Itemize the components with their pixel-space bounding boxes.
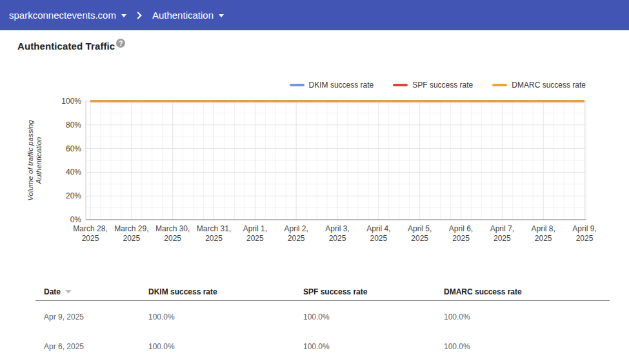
svg-text:April 3,: April 3, — [325, 224, 349, 233]
svg-text:April 7,: April 7, — [490, 224, 514, 233]
svg-text:2025: 2025 — [452, 234, 470, 243]
auth-table-header: Date DKIM success rate SPF success rate … — [35, 283, 610, 301]
svg-text:Volume of traffic passing: Volume of traffic passing — [26, 120, 34, 201]
spf-line-swatch-icon — [393, 84, 408, 86]
y-tick-labels: 0%20%40%60%80%100% — [61, 97, 81, 224]
svg-text:2025: 2025 — [494, 234, 511, 243]
cell-spf: 100.0% — [303, 342, 444, 351]
svg-text:2025: 2025 — [576, 234, 594, 243]
chevron-right-icon — [134, 12, 141, 19]
cell-dkim: 100.0% — [148, 342, 303, 351]
page-title-row: Authenticated Traffic ? — [17, 41, 125, 52]
svg-text:April 4,: April 4, — [366, 224, 390, 233]
dmarc-line-swatch-icon — [492, 84, 507, 86]
svg-text:0%: 0% — [70, 215, 82, 224]
svg-text:March 29,: March 29, — [114, 224, 148, 233]
svg-text:2025: 2025 — [411, 234, 428, 243]
svg-text:2025: 2025 — [535, 234, 552, 243]
topbar: sparkconnectevents.com Authentication — [0, 0, 629, 30]
cell-dkim: 100.0% — [148, 312, 303, 321]
svg-text:2025: 2025 — [205, 234, 223, 243]
svg-text:April 5,: April 5, — [408, 224, 432, 233]
legend-item-dmarc: DMARC success rate — [492, 81, 586, 90]
legend-item-spf: SPF success rate — [393, 81, 473, 90]
column-header-spf: SPF success rate — [303, 287, 444, 296]
cell-spf: 100.0% — [303, 312, 444, 321]
breadcrumb-domain-label: sparkconnectevents.com — [9, 10, 116, 21]
svg-text:March 31,: March 31, — [197, 224, 231, 233]
chart-area: 0%20%40%60%80%100%March 28,2025March 29,… — [17, 92, 612, 250]
breadcrumb-section-label: Authentication — [152, 10, 214, 21]
svg-text:2025: 2025 — [288, 234, 305, 243]
svg-text:2025: 2025 — [164, 234, 181, 243]
x-tick-labels: March 28,2025March 29,2025March 30,2025M… — [73, 224, 596, 243]
svg-text:40%: 40% — [66, 168, 81, 177]
svg-text:April 1,: April 1, — [243, 224, 267, 233]
svg-text:60%: 60% — [66, 144, 81, 153]
svg-text:2025: 2025 — [123, 234, 140, 243]
auth-table: Date DKIM success rate SPF success rate … — [35, 283, 610, 361]
svg-text:March 30,: March 30, — [155, 224, 190, 233]
legend-item-dkim: DKIM success rate — [290, 81, 374, 90]
svg-text:2025: 2025 — [370, 234, 387, 243]
svg-text:March 28,: March 28, — [73, 224, 107, 233]
cell-dmarc: 100.0% — [444, 312, 610, 321]
svg-text:April 8,: April 8, — [531, 224, 555, 233]
svg-text:April 9,: April 9, — [572, 224, 596, 233]
legend-label: DMARC success rate — [512, 81, 586, 90]
column-header-dkim: DKIM success rate — [148, 287, 303, 296]
legend-label: DKIM success rate — [309, 81, 374, 90]
page-title: Authenticated Traffic — [17, 41, 115, 52]
breadcrumb-section[interactable]: Authentication — [152, 10, 224, 21]
svg-text:80%: 80% — [66, 120, 81, 129]
chevron-down-icon — [121, 14, 126, 17]
svg-text:April 6,: April 6, — [449, 224, 473, 233]
y-axis-title: Volume of traffic passingAuthentication — [26, 120, 43, 201]
traffic-chart: 0%20%40%60%80%100%March 28,2025March 29,… — [17, 92, 612, 250]
svg-text:20%: 20% — [66, 191, 81, 200]
column-header-dmarc: DMARC success rate — [444, 287, 610, 296]
table-row: Apr 6, 2025 100.0% 100.0% 100.0% — [35, 332, 610, 361]
svg-text:Authentication: Authentication — [35, 137, 43, 185]
svg-text:100%: 100% — [61, 97, 81, 106]
cell-date: Apr 9, 2025 — [44, 312, 148, 321]
svg-text:2025: 2025 — [246, 234, 264, 243]
sort-desc-icon — [65, 290, 72, 294]
dkim-line-swatch-icon — [290, 84, 305, 86]
column-header-date[interactable]: Date — [44, 287, 148, 296]
svg-text:2025: 2025 — [329, 234, 346, 243]
column-header-date-label: Date — [44, 287, 61, 296]
chart-legend: DKIM success rate SPF success rate DMARC… — [17, 80, 586, 90]
help-icon[interactable]: ? — [116, 39, 125, 48]
cell-date: Apr 6, 2025 — [44, 342, 148, 351]
cell-dmarc: 100.0% — [444, 342, 610, 351]
chart-minor-gridlines — [86, 101, 586, 220]
legend-label: SPF success rate — [412, 81, 473, 90]
table-row: Apr 9, 2025 100.0% 100.0% 100.0% — [35, 302, 610, 332]
chevron-down-icon — [219, 14, 224, 17]
svg-text:2025: 2025 — [82, 234, 99, 243]
breadcrumb-domain[interactable]: sparkconnectevents.com — [9, 10, 126, 21]
svg-text:April 2,: April 2, — [284, 224, 308, 233]
